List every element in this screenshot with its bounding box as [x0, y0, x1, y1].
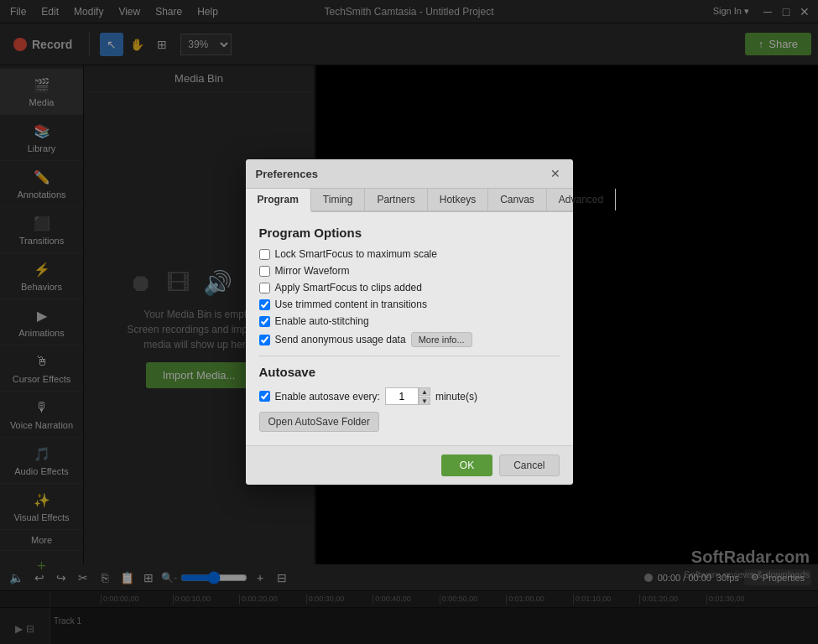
autosave-label: Enable autosave every: [275, 391, 380, 402]
dialog-body: Program Options Lock SmartFocus to maxim… [246, 212, 573, 445]
ok-button[interactable]: OK [441, 454, 492, 476]
autosave-row: Enable autosave every: ▲ ▼ minute(s) [259, 387, 560, 405]
autosave-checkbox[interactable] [259, 391, 270, 402]
program-options-title: Program Options [259, 226, 560, 240]
checkbox-mirror: Mirror Waveform [259, 265, 560, 277]
section-divider [259, 356, 560, 356]
dialog-tabs: Program Timing Partners Hotkeys Canvas A… [246, 189, 573, 212]
checkbox-send-usage: Send anonymous usage data More info... [259, 332, 560, 347]
tab-partners[interactable]: Partners [365, 189, 427, 210]
mirror-label: Mirror Waveform [275, 265, 350, 277]
trimmed-content-checkbox[interactable] [259, 299, 270, 310]
tab-timing[interactable]: Timing [311, 189, 366, 210]
autosave-value-input[interactable] [385, 387, 419, 405]
send-usage-label: Send anonymous usage data [275, 334, 406, 345]
autosave-increment-button[interactable]: ▲ [419, 387, 430, 396]
tab-canvas[interactable]: Canvas [488, 189, 547, 210]
dialog-title: Preferences [256, 168, 318, 180]
dialog-close-button[interactable]: ✕ [548, 166, 563, 181]
checkbox-apply-smartfocus: Apply SmartFocus to clips added [259, 282, 560, 293]
trimmed-content-label: Use trimmed content in transitions [275, 299, 427, 310]
dialog-overlay: Preferences ✕ Program Timing Partners Ho… [0, 0, 818, 644]
dialog-titlebar: Preferences ✕ [246, 159, 573, 189]
dialog-footer: OK Cancel [246, 445, 573, 485]
checkbox-trimmed-content: Use trimmed content in transitions [259, 299, 560, 310]
preferences-dialog: Preferences ✕ Program Timing Partners Ho… [246, 159, 573, 485]
checkbox-auto-stitch: Enable auto-stitching [259, 315, 560, 327]
autosave-spinner: ▲ ▼ [419, 387, 430, 405]
auto-stitch-label: Enable auto-stitching [275, 315, 369, 327]
apply-smartfocus-checkbox[interactable] [259, 283, 270, 293]
auto-stitch-checkbox[interactable] [259, 316, 270, 327]
smartfocus-label: Lock SmartFocus to maximum scale [275, 248, 437, 260]
autosave-decrement-button[interactable]: ▼ [419, 397, 430, 405]
more-info-button[interactable]: More info... [411, 332, 472, 347]
tab-advanced[interactable]: Advanced [547, 189, 616, 210]
autosave-section-title: Autosave [259, 365, 560, 379]
open-autosave-folder-button[interactable]: Open AutoSave Folder [259, 412, 379, 432]
apply-smartfocus-label: Apply SmartFocus to clips added [275, 282, 422, 293]
mirror-checkbox[interactable] [259, 266, 270, 277]
send-usage-checkbox[interactable] [259, 335, 270, 345]
checkbox-smartfocus: Lock SmartFocus to maximum scale [259, 248, 560, 260]
autosave-unit-label: minute(s) [435, 391, 477, 402]
tab-program[interactable]: Program [246, 189, 311, 212]
cancel-button[interactable]: Cancel [499, 454, 559, 476]
tab-hotkeys[interactable]: Hotkeys [428, 189, 488, 210]
smartfocus-checkbox[interactable] [259, 249, 270, 260]
